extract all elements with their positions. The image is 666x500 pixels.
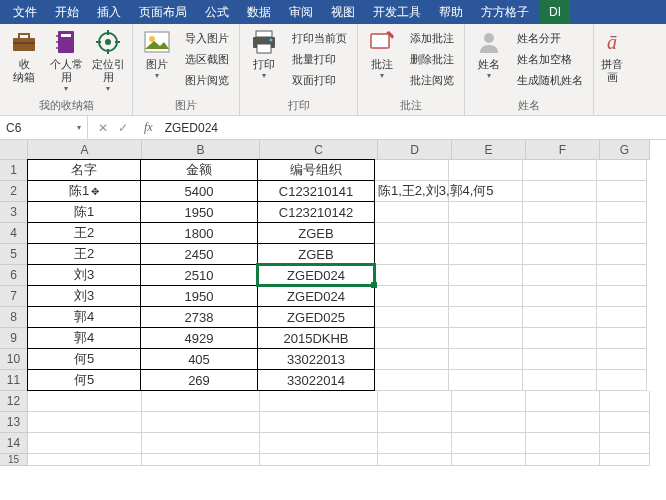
cell[interactable] — [142, 391, 260, 412]
cell[interactable] — [375, 223, 449, 244]
cell[interactable] — [523, 307, 597, 328]
cell[interactable] — [600, 454, 650, 466]
menu-ffz[interactable]: 方方格子 — [472, 0, 538, 24]
row-header[interactable]: 11 — [0, 370, 28, 391]
cell[interactable]: 郭4 — [27, 327, 141, 349]
confirm-icon[interactable]: ✓ — [118, 121, 128, 135]
col-header-B[interactable]: B — [142, 140, 260, 160]
menu-diy[interactable]: DI — [540, 0, 570, 24]
cell[interactable] — [375, 160, 449, 181]
cell[interactable]: ZGEB — [257, 222, 375, 244]
cell[interactable]: 编号组织 — [257, 159, 375, 181]
cell[interactable] — [597, 286, 647, 307]
menu-data[interactable]: 数据 — [238, 0, 280, 24]
cell[interactable] — [597, 328, 647, 349]
cell[interactable] — [260, 391, 378, 412]
cell[interactable] — [597, 244, 647, 265]
comment-button[interactable]: 批注▾ — [362, 26, 402, 82]
cell[interactable] — [597, 223, 647, 244]
row-header[interactable]: 3 — [0, 202, 28, 223]
menu-dev[interactable]: 开发工具 — [364, 0, 430, 24]
cell[interactable]: 陈1✥ — [27, 180, 141, 202]
cancel-icon[interactable]: ✕ — [98, 121, 108, 135]
cell[interactable]: 何5 — [27, 369, 141, 391]
cell[interactable] — [375, 286, 449, 307]
cell[interactable]: 刘3 — [27, 264, 141, 286]
cell[interactable] — [526, 433, 600, 454]
formula-input[interactable]: ZGED024 — [159, 121, 224, 135]
cell[interactable] — [597, 349, 647, 370]
cell[interactable]: 1800 — [140, 222, 258, 244]
cell[interactable] — [449, 244, 523, 265]
cell[interactable] — [523, 181, 597, 202]
cell[interactable]: 王2 — [27, 222, 141, 244]
cell[interactable] — [28, 433, 142, 454]
storage-button[interactable]: 收 纳箱 — [4, 26, 44, 86]
cell[interactable]: C123210142 — [257, 201, 375, 223]
cell[interactable] — [260, 433, 378, 454]
cell[interactable] — [526, 412, 600, 433]
cell[interactable] — [375, 307, 449, 328]
cell[interactable] — [378, 412, 452, 433]
print-current-button[interactable]: 打印当前页 — [288, 28, 351, 48]
cell[interactable] — [597, 370, 647, 391]
cell[interactable] — [449, 349, 523, 370]
col-header-D[interactable]: D — [378, 140, 452, 160]
cell[interactable] — [449, 202, 523, 223]
cell[interactable] — [452, 454, 526, 466]
cell[interactable] — [597, 160, 647, 181]
print-button[interactable]: 打印▾ — [244, 26, 284, 82]
random-name-button[interactable]: 生成随机姓名 — [513, 70, 587, 90]
row-header[interactable]: 15 — [0, 454, 28, 466]
batch-print-button[interactable]: 批量打印 — [288, 49, 351, 69]
col-header-E[interactable]: E — [452, 140, 526, 160]
cell[interactable] — [375, 265, 449, 286]
col-header-C[interactable]: C — [260, 140, 378, 160]
menu-layout[interactable]: 页面布局 — [130, 0, 196, 24]
cell[interactable] — [597, 307, 647, 328]
cell[interactable] — [600, 391, 650, 412]
cell[interactable] — [142, 433, 260, 454]
cell[interactable] — [452, 391, 526, 412]
menu-view[interactable]: 视图 — [322, 0, 364, 24]
cell[interactable]: 33022014 — [257, 369, 375, 391]
cell-selected[interactable]: ZGED024 — [257, 264, 375, 286]
fx-icon[interactable]: fx — [138, 120, 159, 135]
cell[interactable]: 33022013 — [257, 348, 375, 370]
row-header[interactable]: 12 — [0, 391, 28, 412]
cell[interactable]: 405 — [140, 348, 258, 370]
screenshot-button[interactable]: 选区截图 — [181, 49, 233, 69]
cell[interactable] — [523, 202, 597, 223]
menu-home[interactable]: 开始 — [46, 0, 88, 24]
cell[interactable] — [523, 349, 597, 370]
pinyin-button[interactable]: ā 拼音 画 — [598, 26, 626, 86]
cell[interactable]: ZGED024 — [257, 285, 375, 307]
image-button[interactable]: 图片▾ — [137, 26, 177, 82]
cell[interactable] — [449, 223, 523, 244]
cell[interactable] — [260, 454, 378, 466]
menu-file[interactable]: 文件 — [4, 0, 46, 24]
cell[interactable] — [449, 307, 523, 328]
cell[interactable] — [449, 328, 523, 349]
cell[interactable] — [523, 160, 597, 181]
menu-review[interactable]: 审阅 — [280, 0, 322, 24]
locate-button[interactable]: 定位引 用▾ — [88, 26, 128, 95]
col-header-G[interactable]: G — [600, 140, 650, 160]
cell[interactable]: C123210141 — [257, 180, 375, 202]
split-name-button[interactable]: 姓名分开 — [513, 28, 587, 48]
row-header[interactable]: 9 — [0, 328, 28, 349]
cell[interactable]: 金额 — [140, 159, 258, 181]
cell[interactable] — [449, 286, 523, 307]
cell[interactable]: 1950 — [140, 285, 258, 307]
cell[interactable] — [378, 454, 452, 466]
cell[interactable] — [375, 328, 449, 349]
menu-help[interactable]: 帮助 — [430, 0, 472, 24]
image-view-button[interactable]: 图片阅览 — [181, 70, 233, 90]
cell[interactable]: ZGEB — [257, 243, 375, 265]
cell[interactable] — [523, 286, 597, 307]
col-header-F[interactable]: F — [526, 140, 600, 160]
row-header[interactable]: 13 — [0, 412, 28, 433]
row-header[interactable]: 10 — [0, 349, 28, 370]
cell[interactable] — [378, 433, 452, 454]
cell[interactable] — [375, 370, 449, 391]
